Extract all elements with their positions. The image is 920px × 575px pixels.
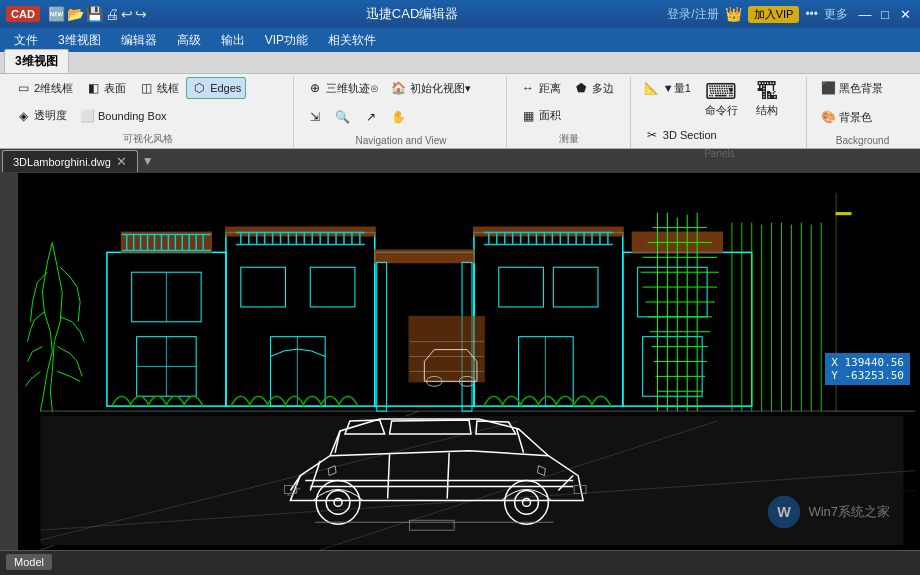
canvas-area[interactable]: 工具栏 <box>0 173 920 550</box>
distance-icon: ↔ <box>520 80 536 96</box>
watermark-text: Win7系统之家 <box>808 503 890 521</box>
menu-item-3维视图[interactable]: 3维视图 <box>48 30 111 51</box>
structure-label: 结构 <box>756 103 778 118</box>
watermark-logo: W <box>766 494 802 530</box>
group-label-background: Background <box>815 133 910 146</box>
btn-nav2[interactable]: ↗ <box>358 106 384 128</box>
x-value: 139440.56 <box>844 356 904 369</box>
navigation-buttons: ⊕三维轨迹⊙ 🏠初始化视图▾ ⇲ 🔍 ↗ ✋ <box>302 77 500 133</box>
menu-item-相关软件[interactable]: 相关软件 <box>318 30 386 51</box>
more-button[interactable]: 更多 <box>824 6 848 23</box>
orbit-icon: ⊕ <box>307 80 323 96</box>
btn-measure1[interactable]: 📐▼量1 <box>639 77 696 99</box>
blackbg-icon: ⬛ <box>820 80 836 96</box>
y-value: -63253.50 <box>844 369 904 382</box>
visual-style-buttons: ▭2维线框 ◧表面 ◫线框 ⬡Edges ◈透明度 ⬜Bounding Box <box>10 77 287 130</box>
coordinate-display: X 139440.56 Y -63253.50 <box>825 353 910 385</box>
btn-init-view[interactable]: 🏠初始化视图▾ <box>386 77 476 99</box>
btn-pan[interactable]: ✋ <box>386 106 412 128</box>
btn-area[interactable]: ▦面积 <box>515 105 566 127</box>
group-panels: 📐▼量1 ⌨ 命令行 🏗 结构 ✂3D Section Panels <box>633 77 807 148</box>
group-label-navigation: Navigation and View <box>302 133 500 146</box>
tab-3dview[interactable]: 3维视图 <box>4 49 69 73</box>
wireframe2d-icon: ▭ <box>15 80 31 96</box>
title-actions: 登录/注册 👑 加入VIP ••• 更多 <box>667 6 848 23</box>
surface-icon: ◧ <box>85 80 101 96</box>
wireframe-icon: ◫ <box>138 80 154 96</box>
maximize-button[interactable]: □ <box>876 5 894 23</box>
window-controls: — □ ✕ <box>856 5 914 23</box>
titlebar: CAD 🆕 📂 💾 🖨 ↩ ↪ 迅捷CAD编辑器 登录/注册 👑 加入VIP •… <box>0 0 920 28</box>
menu-item-输出[interactable]: 输出 <box>211 30 255 51</box>
vip-button[interactable]: 加入VIP <box>748 6 800 23</box>
cad-logo: CAD <box>6 6 40 22</box>
menu-item-编辑器[interactable]: 编辑器 <box>111 30 167 51</box>
extend-icon: ↗ <box>363 109 379 125</box>
ellipsis-icon: ••• <box>805 7 818 21</box>
group-visual-style: ▭2维线框 ◧表面 ◫线框 ⬡Edges ◈透明度 ⬜Bounding Box … <box>4 77 294 148</box>
btn-3d-section[interactable]: ✂3D Section <box>639 124 722 146</box>
x-label: X <box>831 356 844 369</box>
btn-surface[interactable]: ◧表面 <box>80 77 131 99</box>
measure1-icon: 📐 <box>644 80 660 96</box>
new-file-icon[interactable]: 🆕 <box>48 6 65 22</box>
doctab-arrow[interactable]: ▼ <box>138 154 158 168</box>
doctab-label: 3DLamborghini.dwg <box>13 156 111 168</box>
redo-icon[interactable]: ↪ <box>135 6 147 22</box>
group-label-measure: 测量 <box>515 130 624 146</box>
btn-bg-color[interactable]: 🎨背景色 <box>815 106 877 128</box>
menubar: 文件3维视图编辑器高级输出VIP功能相关软件 <box>0 28 920 52</box>
btn-black-bg[interactable]: ⬛黑色背景 <box>815 77 888 99</box>
btn-distance[interactable]: ↔距离 <box>515 77 566 99</box>
pan-icon: ✋ <box>391 109 407 125</box>
cmdline-label: 命令行 <box>705 103 738 118</box>
login-button[interactable]: 登录/注册 <box>667 6 718 23</box>
section-icon: ✂ <box>644 127 660 143</box>
undo-icon[interactable]: ↩ <box>121 6 133 22</box>
btn-2d-wireframe[interactable]: ▭2维线框 <box>10 77 78 99</box>
svg-rect-137 <box>836 213 851 215</box>
homeview-icon: 🏠 <box>391 80 407 96</box>
save-icon[interactable]: 💾 <box>86 6 103 22</box>
boundingbox-icon: ⬜ <box>79 108 95 124</box>
doc-tab-lamborghini[interactable]: 3DLamborghini.dwg ✕ <box>2 150 138 172</box>
ribbon: 3维视图 ▭2维线框 ◧表面 ◫线框 ⬡Edges ◈透明度 ⬜Bounding… <box>0 52 920 149</box>
btn-transparency[interactable]: ◈透明度 <box>10 105 72 127</box>
menu-item-文件[interactable]: 文件 <box>4 30 48 51</box>
print-icon[interactable]: 🖨 <box>105 6 119 22</box>
open-file-icon[interactable]: 📂 <box>67 6 84 22</box>
group-label-panels: Panels <box>639 146 800 159</box>
x-coordinate: X 139440.56 <box>831 356 904 369</box>
menu-item-高级[interactable]: 高级 <box>167 30 211 51</box>
svg-rect-52 <box>375 250 474 262</box>
transparency-icon: ◈ <box>15 108 31 124</box>
fit-icon: ⇲ <box>307 109 323 125</box>
minimize-button[interactable]: — <box>856 5 874 23</box>
edges-icon: ⬡ <box>191 80 207 96</box>
btn-edges[interactable]: ⬡Edges <box>186 77 246 99</box>
btn-structure[interactable]: 🏗 结构 <box>747 77 787 122</box>
app-title: 迅捷CAD编辑器 <box>157 5 667 23</box>
btn-bounding-box[interactable]: ⬜Bounding Box <box>74 105 172 127</box>
watermark: W Win7系统之家 <box>766 494 890 530</box>
btn-wireframe[interactable]: ◫线框 <box>133 77 184 99</box>
statusbar: Model <box>0 550 920 572</box>
btn-polygon[interactable]: ⬟多边 <box>568 77 619 99</box>
polygon-icon: ⬟ <box>573 80 589 96</box>
doc-tab-close[interactable]: ✕ <box>116 154 127 169</box>
btn-3d-orbit[interactable]: ⊕三维轨迹⊙ <box>302 77 384 99</box>
close-button[interactable]: ✕ <box>896 5 914 23</box>
btn-nav1[interactable]: ⇲ <box>302 106 328 128</box>
structure-icon: 🏗 <box>756 81 778 103</box>
model-tab[interactable]: Model <box>6 554 52 570</box>
svg-text:W: W <box>778 504 792 520</box>
crown-icon: 👑 <box>725 6 742 22</box>
menu-item-VIP功能[interactable]: VIP功能 <box>255 30 318 51</box>
btn-command-line[interactable]: ⌨ 命令行 <box>698 77 745 122</box>
y-coordinate: Y -63253.50 <box>831 369 904 382</box>
background-buttons: ⬛黑色背景 🎨背景色 <box>815 77 910 133</box>
area-icon: ▦ <box>520 108 536 124</box>
sidebar-item-tools[interactable]: 工具栏 <box>0 177 18 183</box>
panels-buttons: 📐▼量1 ⌨ 命令行 🏗 结构 ✂3D Section <box>639 77 800 146</box>
btn-zoom[interactable]: 🔍 <box>330 106 356 128</box>
